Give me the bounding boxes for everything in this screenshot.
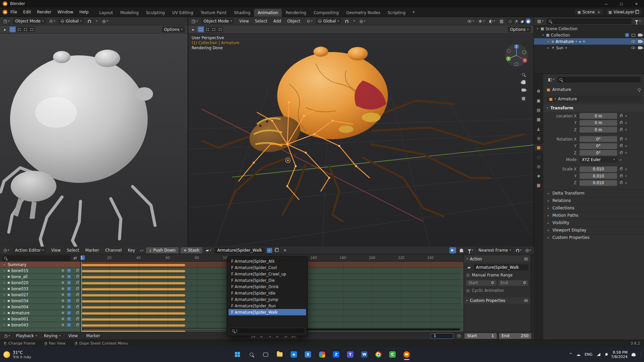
pivot-icon[interactable]: ⊙▾ <box>305 18 314 24</box>
blender-icon[interactable] <box>402 349 412 361</box>
new-view-layer-icon[interactable] <box>636 10 639 14</box>
select-new-icon[interactable] <box>9 27 16 32</box>
channel-enable-checkbox[interactable]: ✓ <box>67 323 71 327</box>
channel-armature[interactable]: ▸Armature⚙✓ <box>0 310 80 316</box>
panel-menu-icon[interactable] <box>524 258 528 260</box>
lock-icon[interactable] <box>620 175 623 177</box>
action-option-f-armature-spider-atk[interactable]: F Armature|Spider_Atk <box>229 258 306 264</box>
viewport-menu-select[interactable]: Select <box>252 18 270 24</box>
armature-data-icon[interactable]: ◈ <box>534 172 543 179</box>
value-field[interactable]: 0.010 <box>580 180 617 186</box>
view-layer-icon[interactable]: ▦ <box>534 116 543 123</box>
unlink-action-icon[interactable]: × <box>282 248 288 253</box>
file-explorer-icon[interactable] <box>275 349 285 361</box>
disclosure-icon[interactable]: ▸ <box>3 311 6 314</box>
lock-icon[interactable] <box>76 288 79 290</box>
proportional-icon[interactable]: ◎▾ <box>358 18 367 24</box>
keying-dropdown[interactable]: Keying▾ <box>42 333 63 339</box>
disclosure-icon[interactable]: ▸ <box>3 263 6 266</box>
lock-icon[interactable] <box>620 129 623 131</box>
breadcrumb-object[interactable]: Armature <box>552 87 571 92</box>
disclosure-icon[interactable]: ▸ <box>3 299 6 302</box>
section-visibility[interactable]: ▸Visibility <box>543 219 644 226</box>
layer-arrows-icon[interactable]: ▴▾ <box>140 249 144 252</box>
disclosure-icon[interactable]: ▸ <box>547 40 550 43</box>
visibility-dropdown-icon[interactable]: ▾ <box>466 19 475 23</box>
channel-partial[interactable] <box>0 328 80 332</box>
frame-start-field[interactable]: Start1 <box>464 333 497 339</box>
maximize-button[interactable]: ▢ <box>614 0 629 7</box>
disclosure-icon[interactable]: ▸ <box>547 46 550 49</box>
action-browse-icon[interactable]: ▰▾ <box>204 248 212 253</box>
modifier-icon[interactable]: ⚙ <box>61 269 64 272</box>
current-frame-line[interactable] <box>81 262 82 332</box>
dopesheet-menu-select[interactable]: Select <box>64 247 82 254</box>
modifier-icon[interactable]: ⚙ <box>61 275 64 278</box>
zalo-icon[interactable]: Z <box>331 349 341 361</box>
channel-bone004[interactable]: ▸bone004⚙✓ <box>0 304 80 310</box>
dopesheet-menu-channel[interactable]: Channel <box>102 247 125 254</box>
workspace-tab-uv-editing[interactable]: UV Editing <box>168 9 197 17</box>
custom-properties-header[interactable]: ▸ Custom Properties <box>464 297 531 304</box>
workspace-tab-modeling[interactable]: Modeling <box>117 9 143 17</box>
dopesheet-editor-icon[interactable]: ◷▾ <box>2 248 11 253</box>
menu-file[interactable]: File <box>7 9 20 15</box>
workspace-tab-shading[interactable]: Shading <box>230 9 254 17</box>
channel-enable-checkbox[interactable]: ✓ <box>67 281 71 285</box>
snap-magnet-icon[interactable] <box>86 18 93 24</box>
channel-search-input[interactable] <box>2 255 70 261</box>
clock[interactable]: 8:58 PM 7/8/2024 <box>611 350 628 359</box>
filter-icon[interactable]: ▾ <box>634 19 642 23</box>
onedrive-icon[interactable]: ☁ <box>576 352 581 357</box>
action-option-f-armature-spider-jump[interactable]: F Armature|Spider_Jump <box>229 296 306 303</box>
channel-enable-checkbox[interactable]: ✓ <box>67 275 71 278</box>
disclosure-icon[interactable]: ▸ <box>3 323 6 326</box>
action-option-f-armature-spider-crawl-up[interactable]: F Armature|Spider_Crawl_up <box>229 271 306 277</box>
workspace-tab-geometry-nodes[interactable]: Geometry Nodes <box>343 9 384 17</box>
channel-summary[interactable]: ▸Summary <box>0 262 80 268</box>
view-layer-selector[interactable]: ▦ ViewLayer <box>606 9 641 15</box>
channel-bone-all[interactable]: ▸bone_all⚙✓ <box>0 274 80 280</box>
outliner-row-armature[interactable]: ▸◈Armature✦◈⚙ <box>534 38 644 45</box>
animate-dot[interactable] <box>625 115 627 117</box>
action-option-f-armature-spider-cool[interactable]: F Armature|Spider_Cool <box>229 264 306 271</box>
outliner-editor-icon[interactable]: ▤▾ <box>536 18 545 24</box>
editor-type-icon[interactable]: ◳▾ <box>190 18 199 24</box>
teams-icon[interactable]: T <box>345 349 355 361</box>
zoom-icon[interactable] <box>522 73 525 76</box>
expand-icon[interactable]: ⇄ <box>72 255 78 261</box>
viewport-menu-object[interactable]: Object <box>284 18 303 24</box>
object-name-field[interactable]: ■ ▾ Armature <box>547 96 641 102</box>
value-field[interactable]: 0° <box>580 143 617 149</box>
channel-enable-checkbox[interactable]: ✓ <box>67 311 71 315</box>
mode-dropdown[interactable]: Object Mode▾ <box>13 18 46 24</box>
word-icon[interactable]: W <box>359 349 369 361</box>
workspace-tab-layout[interactable]: Layout <box>96 9 117 17</box>
texture-icon[interactable]: ▩ <box>534 182 543 189</box>
output-icon[interactable]: ▤ <box>534 107 543 113</box>
modifier-icon[interactable]: ⚙ <box>61 293 64 297</box>
workspace-tab-rendering[interactable]: Rendering <box>282 9 310 17</box>
gizmo-y-label[interactable]: Y <box>507 57 509 60</box>
channel-enable-checkbox[interactable]: ✓ <box>67 293 71 297</box>
value-field[interactable]: 0° <box>580 150 617 156</box>
channel-enable-checkbox[interactable]: ✓ <box>67 287 71 291</box>
viewport-menu-add[interactable]: Add <box>270 18 284 24</box>
channel-bone043[interactable]: ▸bone043⚙✓ <box>0 322 80 328</box>
photos-icon[interactable] <box>317 349 327 361</box>
language-indicator[interactable]: ENG <box>585 352 593 357</box>
select-subtract-icon[interactable] <box>22 27 29 32</box>
only-selected-toggle[interactable] <box>449 247 456 253</box>
active-tool-icon[interactable]: ▸ <box>191 27 196 32</box>
disclosure-icon[interactable]: ▸ <box>3 317 6 320</box>
start-icon[interactable] <box>233 349 243 361</box>
current-frame-field[interactable]: 1 <box>431 333 453 339</box>
scene-icon[interactable]: ◭ <box>534 125 543 132</box>
frame-end-field[interactable]: End250 <box>499 333 531 339</box>
grid-toggle-icon[interactable]: ▦ <box>522 96 525 101</box>
active-tool-icon[interactable]: ▸ <box>3 27 7 32</box>
value-field[interactable]: 0.010 <box>580 173 617 179</box>
viewport-left-canvas[interactable] <box>0 34 188 247</box>
lock-icon[interactable] <box>76 324 79 326</box>
store-icon[interactable]: S <box>303 349 313 361</box>
